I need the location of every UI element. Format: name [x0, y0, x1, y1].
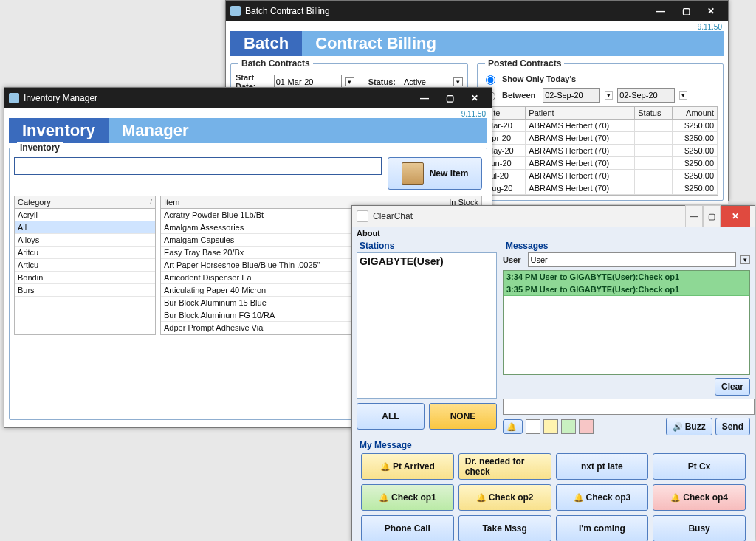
close-button[interactable]: ✕: [721, 206, 750, 227]
quick-msg-button[interactable]: Check op1: [361, 484, 454, 511]
quick-msg-button[interactable]: Dr. needed for check: [458, 453, 551, 480]
col-amount[interactable]: Amount: [672, 107, 717, 120]
quick-msg-button[interactable]: Pt Arrived: [361, 453, 454, 480]
send-button[interactable]: Send: [715, 418, 750, 435]
banner-accent: Batch: [230, 31, 302, 56]
between-to[interactable]: [617, 88, 675, 103]
close-button[interactable]: ✕: [462, 88, 487, 108]
app-icon: [230, 6, 241, 16]
minimize-button[interactable]: —: [412, 88, 437, 108]
quick-msg-button[interactable]: Phone Call: [361, 515, 454, 541]
show-today-label: Show Only Today's: [502, 75, 576, 83]
category-row[interactable]: Burs: [15, 284, 155, 297]
chat-message[interactable]: 3:35 PM User to GIGABYTE(User):Check op1: [504, 283, 749, 296]
all-button[interactable]: ALL: [357, 403, 425, 430]
bell-button[interactable]: [503, 419, 523, 434]
inventory-titlebar[interactable]: Inventory Manager — ▢ ✕: [4, 88, 492, 108]
batch-contracts-legend: Batch Contracts: [238, 58, 313, 69]
inventory-search-input[interactable]: [14, 157, 382, 175]
about-menu[interactable]: About: [357, 229, 750, 238]
sound-icon: [673, 421, 685, 432]
swatch-white[interactable]: [526, 419, 540, 434]
bell-icon: [670, 492, 683, 503]
quick-msg-button[interactable]: Pt Cx: [653, 453, 746, 480]
table-row[interactable]: Jun-20ABRAMS Herbert (70)$250.00: [484, 157, 718, 170]
user-label: User: [503, 255, 520, 264]
maximize-button[interactable]: ▢: [437, 88, 462, 108]
category-row[interactable]: Articu: [15, 259, 155, 272]
bell-icon: [574, 492, 586, 503]
table-row[interactable]: Jun-20Reynolds Lisa (118)$200.00: [484, 195, 718, 196]
category-header: Category: [18, 198, 51, 207]
swatch-green[interactable]: [561, 419, 576, 434]
bell-icon: [379, 492, 391, 503]
clearchat-titlebar[interactable]: ClearChat — ▢ ✕: [352, 206, 755, 227]
picker-icon[interactable]: ▾: [345, 77, 354, 86]
between-from[interactable]: [543, 88, 600, 103]
messages-label: Messages: [506, 241, 750, 251]
table-row[interactable]: Apr-20ABRAMS Herbert (70)$250.00: [484, 132, 718, 145]
version-label: 9.11.50: [4, 110, 486, 118]
picker-icon[interactable]: ▾: [679, 91, 687, 100]
new-item-label: New Item: [430, 168, 469, 179]
quick-msg-button[interactable]: I'm coming: [556, 515, 649, 541]
clear-button[interactable]: Clear: [715, 378, 750, 396]
category-row[interactable]: Acryli: [15, 209, 155, 221]
batch-titlebar[interactable]: Batch Contract Billing — ▢ ✕: [226, 1, 728, 21]
maximize-button[interactable]: ▢: [673, 1, 698, 21]
new-item-button[interactable]: New Item: [388, 157, 482, 190]
minimize-button[interactable]: —: [648, 1, 673, 21]
quick-msg-button[interactable]: Check op3: [556, 484, 649, 511]
quick-messages-grid: Pt ArrivedDr. needed for checknxt pt lat…: [361, 453, 746, 541]
messages-panel[interactable]: 3:34 PM User to GIGABYTE(User):Check op1…: [503, 270, 750, 375]
table-row[interactable]: Mar-20ABRAMS Herbert (70)$250.00: [484, 120, 718, 132]
bell-icon: [380, 461, 393, 472]
category-row[interactable]: Aritcu: [15, 247, 155, 259]
table-row[interactable]: Aug-20ABRAMS Herbert (70)$250.00: [484, 182, 718, 195]
buzz-button[interactable]: Buzz: [666, 418, 712, 435]
sort-icon[interactable]: /: [150, 198, 152, 207]
chat-message[interactable]: 3:34 PM User to GIGABYTE(User):Check op1: [504, 271, 749, 283]
app-icon: [9, 93, 19, 103]
table-row[interactable]: Jul-20ABRAMS Herbert (70)$250.00: [484, 170, 718, 182]
banner-accent: Inventory: [9, 118, 109, 143]
box-icon: [402, 162, 424, 185]
stations-list[interactable]: GIGABYTE(User): [357, 252, 497, 399]
version-label: 9.11.50: [226, 23, 722, 31]
swatch-pink[interactable]: [579, 419, 594, 434]
posted-table[interactable]: ...te Patient Status Amount Mar-20ABRAMS…: [483, 106, 718, 196]
inventory-legend: Inventory: [17, 142, 63, 153]
none-button[interactable]: NONE: [429, 403, 497, 430]
table-row[interactable]: May-20ABRAMS Herbert (70)$250.00: [484, 145, 718, 157]
quick-msg-button[interactable]: nxt pt late: [556, 453, 649, 480]
close-button[interactable]: ✕: [698, 1, 724, 21]
category-row[interactable]: Alloys: [15, 234, 155, 247]
station-entry[interactable]: GIGABYTE(User): [360, 255, 494, 267]
quick-msg-button[interactable]: Check op4: [653, 484, 746, 511]
bell-icon: [476, 492, 489, 503]
category-row[interactable]: Bondin: [15, 272, 155, 284]
clearchat-window: ClearChat — ▢ ✕ About Stations GIGABYTE(…: [351, 205, 755, 541]
quick-msg-button[interactable]: Take Mssg: [458, 515, 551, 541]
category-list[interactable]: Category / AcryliAllAlloysAritcuArticuBo…: [14, 196, 156, 335]
show-today-radio[interactable]: [486, 75, 495, 85]
dropdown-icon[interactable]: ▾: [453, 77, 463, 86]
compose-input[interactable]: [503, 399, 755, 415]
my-message-label: My Message: [360, 440, 750, 450]
quick-msg-button[interactable]: Busy: [653, 515, 746, 541]
stations-label: Stations: [360, 241, 497, 251]
minimize-button[interactable]: —: [685, 205, 703, 227]
posted-contracts-legend: Posted Contracts: [485, 58, 564, 69]
swatch-yellow[interactable]: [543, 419, 558, 434]
col-patient[interactable]: Patient: [526, 107, 635, 120]
user-select[interactable]: [528, 252, 736, 267]
picker-icon[interactable]: ▾: [605, 91, 613, 100]
maximize-button[interactable]: ▢: [703, 205, 721, 227]
category-row[interactable]: All: [15, 221, 155, 234]
col-status[interactable]: Status: [635, 107, 672, 120]
bell-icon: [506, 421, 519, 432]
dropdown-icon[interactable]: ▾: [740, 255, 750, 264]
quick-msg-button[interactable]: Check op2: [458, 484, 551, 511]
batch-banner: Batch Contract Billing: [230, 31, 724, 56]
posted-contracts-fieldset: Posted Contracts Show Only Today's Betwe…: [477, 63, 724, 201]
